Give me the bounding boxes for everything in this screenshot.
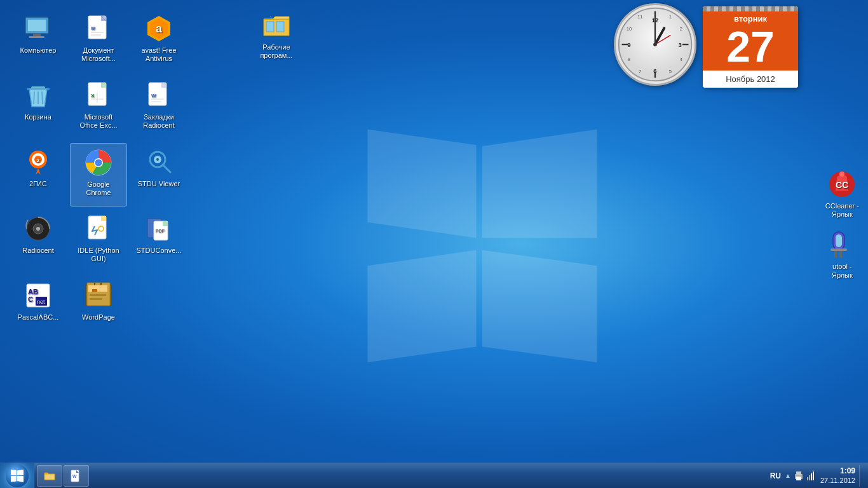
icon-computer[interactable]: Компьютер [10, 10, 67, 73]
bookmarks-icon: W [144, 80, 174, 111]
svg-point-32 [95, 159, 102, 166]
svg-line-58 [270, 17, 273, 19]
icon-document[interactable]: W ДокументMicrosoft... [70, 10, 127, 73]
excel-icon: X [83, 80, 114, 111]
svg-rect-60 [276, 22, 284, 32]
recycle-icon [23, 80, 53, 111]
svg-rect-57 [92, 289, 97, 292]
svg-text:W: W [72, 474, 77, 478]
icon-workfiles[interactable] [429, 83, 434, 90]
svg-rect-98 [813, 471, 814, 480]
icon-recycle[interactable]: Корзина [10, 76, 67, 140]
icon-ccleaner[interactable]: CC CCleaner -Ярлык [823, 165, 862, 222]
svg-rect-95 [807, 477, 808, 480]
icon-bookmarks[interactable]: W ЗакладкиRadiocent [130, 76, 187, 140]
svg-rect-2 [33, 34, 41, 36]
desktop-icons-right-area: CC CCleaner -Ярлык utool -Ярлык [823, 165, 862, 283]
icon-label: utool -Ярлык [832, 262, 853, 279]
svg-text:net: net [37, 299, 45, 305]
icon-label: Рабочиепрограм... [260, 43, 292, 60]
clock-svg: 12 3 6 9 1 2 4 5 7 8 10 11 [616, 5, 695, 84]
icon-pascal[interactable]: ABCnet PascalABC... [10, 276, 67, 340]
svg-text:2: 2 [680, 26, 682, 32]
svg-rect-56 [90, 298, 102, 300]
icon-label: PascalABC... [18, 313, 59, 322]
icon-idle[interactable]: IDLE (PythonGUI) [70, 210, 127, 273]
stduview-icon [144, 147, 174, 177]
svg-rect-67 [834, 251, 837, 257]
svg-line-35 [163, 165, 170, 172]
icon-label: Корзина [25, 113, 51, 121]
icon-avast[interactable]: a avast! FreeAntivirus [130, 10, 187, 73]
taskbar-word-button[interactable]: W [64, 465, 89, 487]
svg-text:5: 5 [669, 69, 672, 74]
icon-label: IDLE (PythonGUI) [78, 247, 119, 263]
svg-point-36 [156, 158, 159, 161]
svg-point-39 [36, 227, 40, 231]
svg-rect-3 [29, 36, 44, 38]
idle-icon [83, 214, 114, 244]
tray-date: 27.11.2012 [820, 476, 855, 485]
start-button[interactable] [0, 463, 34, 489]
svg-rect-96 [809, 475, 810, 480]
icon-utool[interactable]: utool -Ярлык [823, 226, 862, 283]
icon-label: ДокументMicrosoft... [81, 46, 116, 63]
show-desktop-button[interactable] [859, 465, 863, 487]
taskbar: W RU ▲ 1:09 [0, 463, 868, 488]
svg-text:4: 4 [680, 57, 683, 62]
calendar-month-year: Ноябрь 2012 [703, 71, 798, 88]
tray-clock[interactable]: 1:09 27.11.2012 [820, 466, 855, 485]
radiocent-icon [23, 214, 53, 244]
svg-text:8: 8 [628, 57, 630, 62]
stduconv-icon: PDF [144, 214, 174, 244]
chrome-icon [83, 147, 114, 178]
icon-excel[interactable]: X MicrosoftOffice Exc... [70, 76, 127, 140]
svg-rect-55 [90, 294, 106, 296]
svg-rect-5 [88, 16, 101, 21]
clock-face: 12 3 6 9 1 2 4 5 7 8 10 11 [614, 3, 696, 86]
svg-text:C: C [28, 295, 33, 303]
calendar-widget: вторник 27 Ноябрь 2012 [703, 6, 798, 88]
start-orb [6, 464, 29, 487]
icon-label: STDU Viewer [138, 180, 180, 188]
language-indicator: RU [770, 471, 781, 480]
svg-text:PDF: PDF [156, 229, 165, 233]
svg-point-89 [653, 43, 657, 46]
icon-label: STDUConve... [137, 247, 182, 255]
icon-label: 2ГИС [29, 180, 47, 188]
svg-rect-54 [88, 285, 107, 292]
icon-label: avast! FreeAntivirus [141, 46, 176, 63]
taskbar-explorer-button[interactable] [37, 465, 62, 487]
svg-rect-65 [836, 234, 842, 247]
icon-label: WordPage [82, 313, 115, 322]
printer-icon [794, 471, 804, 481]
svg-text:1: 1 [669, 14, 672, 20]
icon-2gis[interactable]: 2 2ГИС [10, 143, 67, 207]
icon-stduconv[interactable]: PDF STDUConve... [130, 210, 187, 273]
svg-rect-68 [839, 251, 842, 257]
icon-label: Radiocent [22, 247, 54, 255]
svg-rect-45 [163, 221, 168, 226]
svg-text:AB: AB [28, 288, 38, 295]
icon-label: CCleaner -Ярлык [825, 202, 859, 219]
svg-rect-66 [831, 248, 847, 251]
svg-rect-59 [266, 22, 274, 32]
word-icon: W [70, 470, 83, 482]
desktop: Компьютер W ДокументMicrosoft... a avast… [0, 0, 868, 488]
windows-logo-icon [10, 469, 24, 483]
expand-tray-icon[interactable]: ▲ [785, 472, 791, 479]
icon-wordpage[interactable]: WordPage [70, 276, 127, 340]
icon-radiocent[interactable]: Radiocent [10, 210, 67, 273]
desktop-icons-area: Компьютер W ДокументMicrosoft... a avast… [6, 6, 191, 343]
tray-icons: ▲ [785, 471, 817, 481]
calendar-day: 27 [703, 25, 798, 71]
2gis-icon: 2 [23, 147, 53, 177]
svg-text:6: 6 [653, 67, 656, 74]
icon-chrome[interactable]: GoogleChrome [70, 143, 127, 207]
icon-workfiles-pos[interactable]: Рабочиепрограм... [248, 6, 305, 64]
icon-stduview[interactable]: STDU Viewer [130, 143, 187, 207]
svg-rect-21 [161, 83, 166, 88]
icon-label: ЗакладкиRadiocent [143, 113, 175, 130]
svg-text:2: 2 [37, 158, 40, 163]
svg-text:X: X [91, 93, 95, 98]
